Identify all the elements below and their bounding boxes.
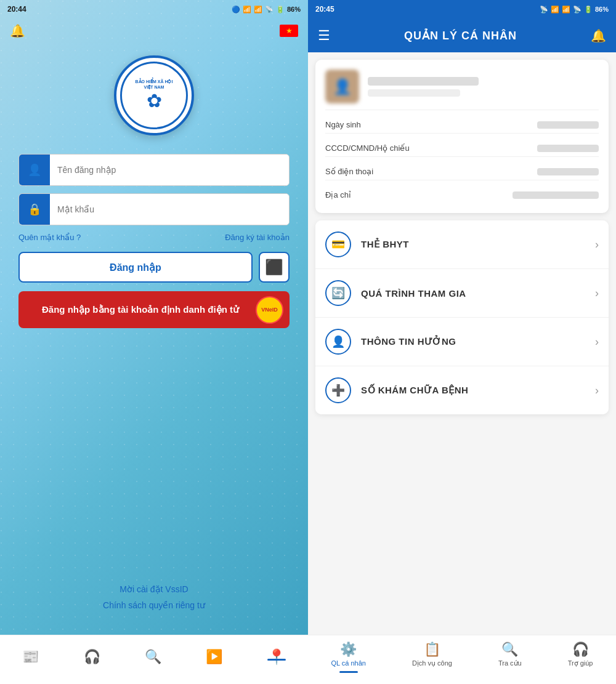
username-group: 👤: [18, 154, 290, 186]
logo-circle: BẢO HIỂM XÃ HỘIVIỆT NAM ✿: [114, 55, 194, 135]
menu-item-qua-trinh[interactable]: 🔄 QUÁ TRÌNH THAM GIA ›: [315, 269, 609, 318]
refresh-icon: 🔄: [325, 280, 351, 306]
nav-label-ql: QL cá nhân: [331, 659, 365, 667]
profile-row-birthday: Ngày sinh: [325, 116, 599, 134]
time-left: 20:44: [7, 5, 26, 14]
phone-value: [537, 168, 599, 175]
nav-ql-ca-nhan[interactable]: ⚙️ QL cá nhân: [331, 642, 365, 667]
person-info-icon: 👤: [325, 329, 351, 355]
status-bar-left: 20:44 🔵 📶 📶 📡 🔋 86%: [0, 0, 308, 18]
nav-label-tg: Trợ giúp: [568, 659, 593, 667]
status-icons-right: 📡 📶 📶 📡 🔋 86%: [540, 6, 609, 14]
avatar: 👤: [325, 70, 359, 103]
nav-underline-right: [339, 671, 358, 673]
profile-name-block: [368, 77, 599, 97]
document-icon: 📋: [424, 642, 440, 658]
bell-icon-right[interactable]: 🔔: [591, 28, 606, 43]
profile-card: 👤 Ngày sinh CCCD/CMND/Hộ chiếu Số điện t…: [315, 60, 609, 213]
bell-icon-left[interactable]: 🔔: [10, 23, 25, 38]
chevron-icon-1: ›: [595, 238, 599, 251]
chevron-icon-3: ›: [595, 336, 599, 348]
forgot-password-link[interactable]: Quên mật khẩu ?: [18, 233, 81, 242]
chevron-icon-2: ›: [595, 287, 599, 300]
menu-label-the-bhyt: THẺ BHYT: [361, 239, 595, 250]
settings-icon: ⚙️: [340, 642, 357, 658]
chevron-icon-4: ›: [595, 384, 599, 397]
lock-icon: 🔒: [19, 194, 50, 225]
logo-emblem: ✿: [147, 90, 162, 111]
nav-tro-giup[interactable]: 🎧 Trợ giúp: [568, 642, 593, 667]
status-bar-right: 20:45 📡 📶 📶 📡 🔋 86%: [308, 0, 616, 18]
phone-label: Số điện thoại: [325, 167, 373, 176]
hamburger-icon[interactable]: ☰: [318, 28, 330, 44]
login-button[interactable]: Đăng nhập: [18, 252, 253, 283]
logo-inner: BẢO HIỂM XÃ HỘIVIỆT NAM ✿: [120, 62, 188, 129]
menu-list: 💳 THẺ BHYT › 🔄 QUÁ TRÌNH THAM GIA › 👤 TH…: [315, 220, 609, 414]
right-panel: 20:45 📡 📶 📶 📡 🔋 86% ☰ QUẢN LÝ CÁ NHÂN 🔔 …: [308, 0, 616, 684]
profile-row-phone: Số điện thoại: [325, 163, 599, 180]
address-label: Địa chỉ: [325, 190, 351, 199]
cccd-value: [537, 145, 599, 152]
location-icon: 📍: [267, 648, 286, 666]
invite-vssid-link[interactable]: Mời cài đặt VssID: [120, 584, 188, 594]
privacy-link[interactable]: Chính sách quyền riêng tư: [103, 600, 205, 610]
status-icons-left: 🔵 📶 📶 📡 🔋 86%: [232, 6, 301, 14]
search-icon-left: 🔍: [145, 649, 161, 665]
profile-id-blur: [368, 89, 460, 97]
menu-item-the-bhyt[interactable]: 💳 THẺ BHYT ›: [315, 220, 609, 269]
search-icon-right: 🔍: [501, 642, 518, 658]
forgot-register-row: Quên mật khẩu ? Đăng ký tài khoản: [18, 233, 290, 242]
logo-text-top: BẢO HIỂM XÃ HỘIVIỆT NAM: [132, 79, 176, 90]
logo-container: BẢO HIỂM XÃ HỘIVIỆT NAM ✿: [0, 55, 308, 135]
news-icon: 📰: [22, 649, 39, 665]
menu-item-so-kham[interactable]: ➕ SỐ KHÁM CHỮA BỆNH ›: [315, 366, 609, 414]
menu-label-qua-trinh: QUÁ TRÌNH THAM GIA: [361, 288, 595, 299]
nav-support[interactable]: 🎧: [84, 649, 100, 665]
video-icon: ▶️: [206, 649, 222, 665]
profile-row-address: Địa chỉ: [325, 187, 599, 203]
time-right: 20:45: [315, 5, 334, 14]
medical-icon: ➕: [325, 377, 351, 403]
login-row: Đăng nhập ⬛: [18, 252, 290, 283]
help-icon: 🎧: [572, 642, 589, 658]
nav-dich-vu-cong[interactable]: 📋 Dịch vụ công: [412, 642, 452, 667]
menu-label-thong-tin: THÔNG TIN HƯỞNG: [361, 336, 595, 347]
card-icon: 💳: [325, 231, 351, 257]
left-panel: 20:44 🔵 📶 📶 📡 🔋 86% 🔔 BẢO HIỂM XÃ HỘIVIỆ…: [0, 0, 308, 684]
nav-label-tc: Tra cứu: [498, 659, 522, 667]
cccd-label: CCCD/CMND/Hộ chiếu: [325, 143, 410, 153]
bottom-nav-left: 📰 🎧 🔍 ▶️ 📍: [0, 635, 308, 684]
password-input[interactable]: [50, 194, 289, 225]
vietnam-flag: [280, 25, 298, 37]
nav-tra-cuu[interactable]: 🔍 Tra cứu: [498, 642, 522, 667]
nav-search[interactable]: 🔍: [145, 649, 161, 665]
username-input[interactable]: [50, 155, 289, 185]
menu-item-thong-tin[interactable]: 👤 THÔNG TIN HƯỞNG ›: [315, 318, 609, 366]
headphone-icon: 🎧: [84, 649, 100, 665]
invite-links: Mời cài đặt VssID Chính sách quyền riêng…: [0, 584, 308, 610]
register-link[interactable]: Đăng ký tài khoản: [225, 233, 290, 242]
password-group: 🔒: [18, 193, 290, 225]
profile-row-cccd: CCCD/CMND/Hộ chiếu: [325, 140, 599, 157]
profile-name-blur: [368, 77, 479, 86]
fingerprint-button[interactable]: ⬛: [259, 252, 290, 283]
birthday-label: Ngày sinh: [325, 120, 361, 129]
user-icon: 👤: [19, 155, 50, 185]
left-header: 🔔: [0, 18, 308, 43]
vneid-badge: VNeID: [256, 296, 283, 324]
fingerprint-icon: ⬛: [265, 259, 283, 276]
header-title: QUẢN LÝ CÁ NHÂN: [404, 29, 517, 42]
right-header: ☰ QUẢN LÝ CÁ NHÂN 🔔: [308, 18, 616, 52]
nav-news[interactable]: 📰: [22, 649, 39, 665]
nav-label-dvc: Dịch vụ công: [412, 659, 452, 667]
menu-label-so-kham: SỐ KHÁM CHỮA BỆNH: [361, 385, 595, 396]
birthday-value: [537, 121, 599, 129]
nav-location[interactable]: 📍: [267, 648, 286, 666]
nav-underline: [267, 659, 286, 661]
profile-top: 👤: [325, 70, 599, 110]
nav-video[interactable]: ▶️: [206, 649, 222, 665]
bottom-nav-right: ⚙️ QL cá nhân 📋 Dịch vụ công 🔍 Tra cứu 🎧…: [308, 635, 616, 684]
digital-login-button[interactable]: Đăng nhập bằng tài khoản định danh điện …: [18, 291, 290, 328]
login-form: 👤 🔒 Quên mật khẩu ? Đăng ký tài khoản Đă…: [0, 154, 308, 328]
address-value: [513, 191, 599, 199]
